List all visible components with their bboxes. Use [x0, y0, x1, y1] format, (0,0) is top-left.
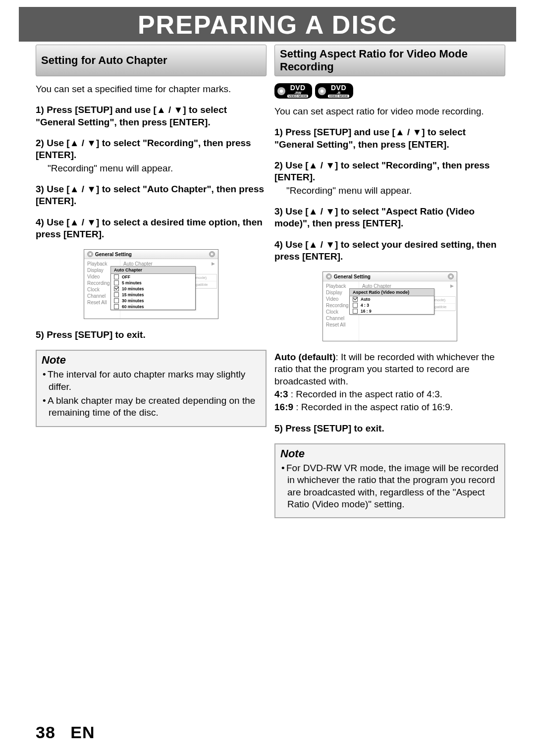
note-item: For DVD-RW VR mode, the image will be re… — [287, 462, 499, 510]
disc-icon — [277, 87, 285, 95]
step-3: 3) Use [▲ / ▼] to select "Aspect Ratio (… — [274, 206, 505, 230]
two-column-layout: Setting for Auto Chapter You can set a s… — [0, 45, 535, 518]
submenu-auto-chapter: Auto Chapter OFF 5 minutes 10 minutes 15… — [110, 266, 196, 310]
left-column: Setting for Auto Chapter You can set a s… — [36, 45, 267, 518]
note-list: For DVD-RW VR mode, the image will be re… — [280, 462, 499, 510]
section-title-auto-chapter: Setting for Auto Chapter — [36, 45, 267, 76]
gear-icon — [209, 251, 215, 257]
menu-right-area: Auto Chapter▶ deo mode) Compatible Aspec… — [359, 281, 457, 341]
menu-title-text: General Setting — [95, 252, 132, 257]
submenu-aspect-ratio: Aspect Ratio (Video mode) Auto 4 : 3 16 … — [349, 288, 434, 315]
gear-icon — [448, 273, 454, 279]
note-list: The interval for auto chapter marks may … — [42, 369, 261, 419]
step-3: 3) Use [▲ / ▼] to select "Auto Chapter",… — [36, 183, 267, 208]
note-title: Note — [280, 447, 499, 460]
gear-icon — [87, 251, 93, 257]
desc-169: 16:9 : Recorded in the aspect ratio of 1… — [274, 401, 505, 413]
step-2: 2) Use [▲ / ▼] to select "Recording", th… — [36, 137, 267, 174]
page-language: EN — [70, 723, 95, 742]
gear-icon — [326, 273, 332, 279]
intro-text: You can set a specified time for chapter… — [36, 83, 267, 95]
note-box-left: Note The interval for auto chapter marks… — [36, 350, 267, 427]
menu-title-row: General Setting — [84, 250, 218, 259]
note-item: A blank chapter may be created depending… — [49, 395, 261, 419]
page-banner: PREPARING A DISC — [19, 7, 516, 42]
step-2-sub: "Recording" menu will appear. — [36, 162, 267, 174]
page-number: 38 — [36, 723, 55, 742]
step-2: 2) Use [▲ / ▼] to select "Recording", th… — [274, 160, 505, 197]
menu-title-text: General Setting — [334, 274, 371, 279]
dvd-rw-badge: DVD-RWVIDEO MODE — [274, 83, 312, 99]
page-footer: 38 EN — [36, 723, 95, 742]
step-4: 4) Use [▲ / ▼] to select your desired se… — [274, 239, 505, 263]
note-box-right: Note For DVD-RW VR mode, the image will … — [274, 443, 505, 518]
step-1: 1) Press [SETUP] and use [▲ / ▼] to sele… — [36, 104, 267, 128]
intro-text: You can set aspect ratio for video mode … — [274, 106, 505, 117]
dvd-badges-row: DVD-RWVIDEO MODE DVD-RVIDEO MODE — [274, 83, 505, 99]
step-4: 4) Use [▲ / ▼] to select a desired time … — [36, 216, 267, 241]
section-title-aspect-ratio: Setting Aspect Ratio for Video Mode Reco… — [274, 45, 505, 76]
manual-page: PREPARING A DISC Setting for Auto Chapte… — [0, 7, 535, 756]
menu-title-row: General Setting — [323, 272, 457, 281]
menu-diagram-auto-chapter: General Setting Playback Display Video R… — [84, 249, 218, 319]
desc-43: 4:3 : Recorded in the aspect ratio of 4:… — [274, 388, 505, 400]
step-1: 1) Press [SETUP] and use [▲ / ▼] to sele… — [274, 126, 505, 151]
step-5: 5) Press [SETUP] to exit. — [36, 329, 267, 341]
menu-right-area: Auto Chapter▶ deo mode) Compatible Auto … — [120, 259, 218, 319]
dvd-r-badge: DVD-RVIDEO MODE — [315, 83, 353, 99]
right-column: Setting Aspect Ratio for Video Mode Reco… — [274, 45, 505, 518]
desc-auto: Auto (default): It will be recorded with… — [274, 351, 505, 387]
note-title: Note — [42, 354, 261, 367]
step-2-sub: "Recording" menu will appear. — [274, 185, 505, 197]
disc-icon — [318, 87, 326, 95]
note-item: The interval for auto chapter marks may … — [49, 369, 261, 393]
menu-diagram-aspect-ratio: General Setting Playback Display Video R… — [322, 271, 457, 341]
step-5: 5) Press [SETUP] to exit. — [274, 423, 505, 434]
